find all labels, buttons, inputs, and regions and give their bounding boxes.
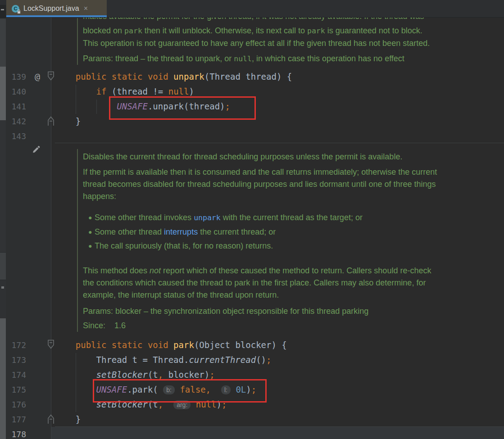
edit-doc-pencil-icon[interactable] <box>31 144 41 155</box>
doc-text: Since: 1.6 <box>83 321 126 330</box>
code-token: () <box>256 355 266 365</box>
code-line-139[interactable]: public static void unpark(Thread thread)… <box>55 69 292 84</box>
doc-link[interactable]: unpark <box>194 213 221 222</box>
code-token: ; <box>209 370 214 380</box>
doc-line: Since: 1.6 <box>83 319 126 332</box>
fold-end-icon[interactable] <box>46 115 55 127</box>
code-line-173[interactable]: Thread t = Thread.currentThread(); <box>55 353 271 367</box>
doc-text: Some other thread invokes <box>95 213 194 222</box>
red-highlight-box <box>109 96 256 120</box>
code-token: (Object blocker) { <box>194 340 287 350</box>
code-token <box>55 101 117 111</box>
ide-window: C LockSupport.java × 1391401411421431721… <box>0 0 504 439</box>
code-token <box>55 385 96 394</box>
stripe-segment <box>0 5 6 18</box>
line-number-139[interactable]: 139 <box>6 69 26 84</box>
doc-line: example, the interrupt status of the thr… <box>83 289 279 301</box>
code-token <box>55 72 76 81</box>
doc-text: Params: thread – the thread to unpark, o… <box>83 54 234 63</box>
code-token: if <box>96 86 112 96</box>
readonly-lock-badge <box>17 9 21 14</box>
doc-line: happens: <box>83 190 116 203</box>
doc-text: report which of these caused the method … <box>161 266 431 275</box>
java-class-icon: C <box>12 5 19 13</box>
stripe-dash-icon <box>1 9 4 10</box>
doc-text: This method does <box>83 266 150 275</box>
code-token: } <box>55 116 81 126</box>
stripe-scroll-thumb[interactable] <box>0 67 6 120</box>
line-number-174[interactable]: 174 <box>6 367 26 382</box>
line-number-172[interactable]: 172 <box>6 338 26 353</box>
tab-close-icon[interactable]: × <box>84 5 88 12</box>
doc-text: Disables the current thread for thread s… <box>83 152 402 161</box>
fold-start-icon[interactable] <box>46 339 55 351</box>
fold-start-icon[interactable] <box>46 70 55 83</box>
doc-text: not <box>150 266 161 275</box>
line-number-175[interactable]: 175 <box>6 382 26 397</box>
doc-text: This operation is not guaranteed to have… <box>83 39 430 48</box>
stripe-scroll-thumb[interactable] <box>0 318 6 439</box>
code-token: null <box>168 86 189 96</box>
code-token: ) <box>189 86 194 96</box>
code-token: setBlocker <box>96 370 148 380</box>
doc-text: then it will unblock. Otherwise, its nex… <box>142 26 307 35</box>
doc-text: the current thread; or <box>198 227 276 236</box>
annotation-gutter-icon[interactable]: @ <box>32 69 43 84</box>
doc-line: ●Some other thread interrupts the curren… <box>88 226 276 238</box>
code-line-177[interactable]: } <box>55 412 81 427</box>
bullet-icon: ● <box>88 240 95 252</box>
doc-text: Some other thread <box>95 227 164 236</box>
stripe-segment <box>0 120 6 252</box>
editor-tab-bar: C LockSupport.java × <box>6 0 504 18</box>
stripe-dot-icon <box>1 286 4 289</box>
fold-end-icon[interactable] <box>46 413 55 425</box>
bullet-icon: ● <box>88 226 95 238</box>
doc-line: If the permit is available then it is co… <box>83 166 437 178</box>
doc-text: the conditions which caused the thread t… <box>83 278 426 287</box>
doc-comment-border <box>77 149 78 332</box>
line-number-141[interactable]: 141 <box>6 99 26 114</box>
code-line-142[interactable]: } <box>55 114 81 129</box>
code-token: public static void <box>76 72 173 81</box>
doc-text: Params: blocker – the synchronization ob… <box>83 307 368 316</box>
code-token <box>55 399 96 409</box>
bullet-icon: ● <box>88 211 95 224</box>
code-token: (thread != <box>112 86 168 96</box>
doc-link[interactable]: interrupts <box>164 227 198 236</box>
line-number-143[interactable]: 143 <box>6 129 26 144</box>
code-token <box>55 86 96 96</box>
line-number-173[interactable]: 173 <box>6 353 26 367</box>
stripe-segment <box>0 280 6 319</box>
doc-line: blocked on park then it will unblock. Ot… <box>83 24 422 37</box>
doc-text: , in which case this operation has no ef… <box>252 54 404 63</box>
line-number-178[interactable]: 178 <box>6 427 26 439</box>
doc-line: ●Some other thread invokes unpark with t… <box>88 211 363 224</box>
line-number-177[interactable]: 177 <box>6 412 26 427</box>
doc-text: with the current thread as the target; o… <box>221 213 363 222</box>
active-tab-underline <box>6 15 107 17</box>
code-token: park <box>173 340 194 350</box>
code-line-172[interactable]: public static void park(Object blocker) … <box>55 338 287 353</box>
doc-text: thread becomes disabled for thread sched… <box>83 180 436 189</box>
doc-line: thread becomes disabled for thread sched… <box>83 178 436 190</box>
doc-text: is guaranteed not to block. <box>325 26 422 35</box>
line-number-140[interactable]: 140 <box>6 84 26 99</box>
doc-line: Params: thread – the thread to unpark, o… <box>83 52 404 65</box>
doc-text: The call spuriously (that is, for no rea… <box>95 241 273 250</box>
caret-line-highlight <box>51 427 504 439</box>
code-token: public static void <box>76 340 173 350</box>
tab-locksupport-java[interactable]: C LockSupport.java × <box>6 0 107 17</box>
doc-comment-border <box>77 18 78 65</box>
tab-title: LockSupport.java <box>23 5 79 13</box>
line-number-142[interactable]: 142 <box>6 114 26 129</box>
code-token: Thread t = Thread. <box>55 355 189 365</box>
doc-text: park <box>124 27 142 35</box>
left-tool-stripe <box>0 0 6 439</box>
doc-line: Params: blocker – the synchronization ob… <box>83 305 368 317</box>
doc-text: park <box>307 27 325 35</box>
line-number-176[interactable]: 176 <box>6 397 26 412</box>
doc-line: Disables the current thread for thread s… <box>83 150 402 163</box>
code-token: unpark <box>173 72 204 81</box>
doc-line: ●The call spuriously (that is, for no re… <box>88 240 273 252</box>
doc-text: null <box>234 54 252 63</box>
